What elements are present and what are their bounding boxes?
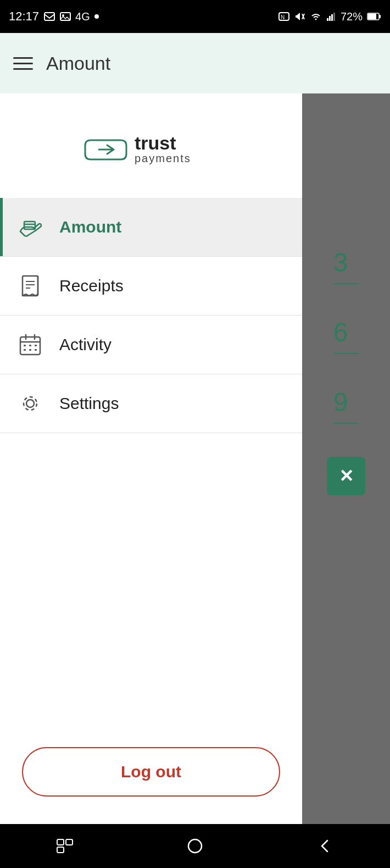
clear-icon: ✕ (339, 466, 354, 486)
settings-icon (16, 390, 44, 417)
navigation-drawer: trust payments Amount (0, 93, 302, 824)
battery-display: 72% (341, 10, 363, 23)
svg-rect-26 (24, 345, 26, 346)
logout-button[interactable]: Log out (22, 747, 280, 797)
nav-item-settings[interactable]: Settings (0, 374, 302, 433)
svg-point-32 (26, 400, 34, 407)
nav-label-settings: Settings (59, 394, 119, 413)
battery-icon (367, 12, 381, 21)
nav-label-receipts: Receipts (59, 277, 124, 295)
svg-rect-36 (57, 847, 64, 853)
hamburger-line-3 (13, 68, 33, 70)
app-bar-title: Amount (46, 53, 110, 74)
trust-payments-logo: trust payments (80, 126, 222, 170)
svg-rect-29 (24, 349, 26, 351)
dot-indicator (94, 14, 99, 19)
svg-rect-34 (57, 839, 64, 845)
svg-rect-7 (327, 18, 328, 21)
svg-rect-0 (44, 13, 54, 20)
numpad-digit-6: 6 (333, 317, 359, 354)
hamburger-line-1 (13, 57, 33, 59)
logout-section: Log out (0, 731, 302, 824)
svg-rect-13 (368, 14, 376, 19)
signal-icon: 4G (75, 10, 90, 23)
numpad-digit-3: 3 (333, 247, 359, 284)
mute-icon (294, 12, 305, 21)
status-bar-right: N 72% (278, 10, 381, 23)
home-button[interactable] (179, 830, 211, 863)
numpad-digit-9: 9 (333, 387, 359, 424)
logo-svg: trust payments (80, 126, 222, 170)
nav-list: Amount Receipts (0, 198, 302, 731)
time-display: 12:17 (9, 9, 39, 24)
svg-rect-10 (333, 13, 335, 21)
nav-label-amount: Amount (59, 218, 121, 236)
svg-rect-28 (35, 345, 37, 346)
hamburger-button[interactable] (13, 57, 33, 70)
status-bar-left: 12:17 4G (9, 9, 99, 24)
svg-rect-9 (331, 14, 333, 21)
notification-icon (43, 12, 55, 21)
svg-rect-18 (23, 276, 38, 296)
svg-rect-12 (379, 15, 381, 18)
receipt-icon (16, 272, 44, 300)
svg-rect-27 (29, 345, 31, 346)
nav-label-activity: Activity (59, 335, 112, 354)
status-bar: 12:17 4G N (0, 0, 390, 33)
image-icon (60, 12, 71, 21)
svg-text:trust: trust (135, 132, 176, 153)
drawer-logo: trust payments (0, 93, 302, 198)
nav-item-receipts[interactable]: Receipts (0, 257, 302, 316)
signal-bars-icon (326, 12, 336, 21)
svg-rect-30 (29, 349, 31, 351)
nfc-icon: N (278, 12, 290, 21)
svg-text:N: N (281, 14, 285, 20)
nav-item-activity[interactable]: Activity (0, 316, 302, 374)
main-content: trust payments Amount (0, 93, 390, 824)
recents-button[interactable] (48, 830, 81, 863)
hamburger-line-2 (13, 63, 33, 64)
payment-icon (16, 213, 44, 241)
nav-item-amount[interactable]: Amount (0, 198, 302, 257)
svg-text:payments: payments (135, 152, 191, 164)
wifi-icon (310, 12, 322, 21)
back-button[interactable] (309, 830, 342, 863)
numpad-clear-button[interactable]: ✕ (327, 457, 365, 495)
svg-point-33 (24, 397, 37, 410)
svg-rect-37 (188, 839, 202, 853)
svg-rect-35 (66, 839, 73, 845)
logout-label: Log out (121, 762, 181, 781)
calendar-icon (16, 331, 44, 358)
app-bar: Amount (0, 33, 390, 93)
bottom-bar (0, 824, 390, 868)
svg-rect-31 (35, 349, 37, 351)
content-behind: 3 6 9 ✕ (302, 93, 390, 824)
svg-rect-8 (329, 16, 331, 21)
